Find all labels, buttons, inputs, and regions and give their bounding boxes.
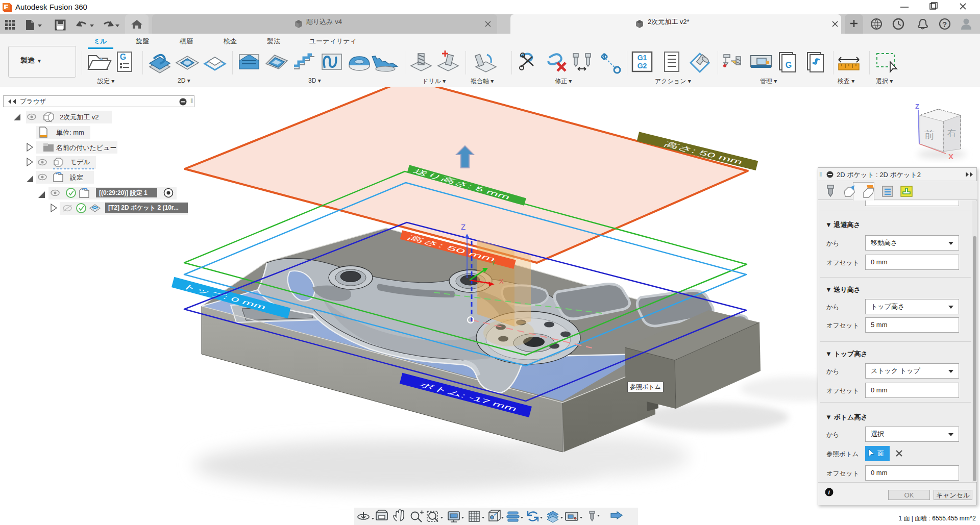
svg-text:設定: 設定 — [69, 173, 83, 181]
svg-text:X: X — [499, 278, 504, 285]
svg-text:X: X — [948, 152, 953, 161]
svg-text:単位: mm: 単位: mm — [56, 129, 84, 136]
svg-text:G: G — [786, 61, 792, 69]
svg-text:?: ? — [942, 20, 947, 29]
svg-text:Z: Z — [915, 103, 919, 110]
svg-text:右: 右 — [947, 128, 956, 138]
svg-text:Z: Z — [461, 222, 465, 231]
svg-text:G: G — [120, 53, 126, 61]
svg-text:G2: G2 — [638, 62, 647, 70]
svg-text:2次元加工 v2: 2次元加工 v2 — [60, 113, 99, 121]
svg-text:前: 前 — [924, 129, 935, 140]
svg-text:モデル: モデル — [70, 158, 90, 166]
svg-text:名前の付いたビュー: 名前の付いたビュー — [56, 144, 117, 152]
svg-text:G1: G1 — [638, 54, 647, 62]
svg-text:Y: Y — [491, 259, 496, 267]
